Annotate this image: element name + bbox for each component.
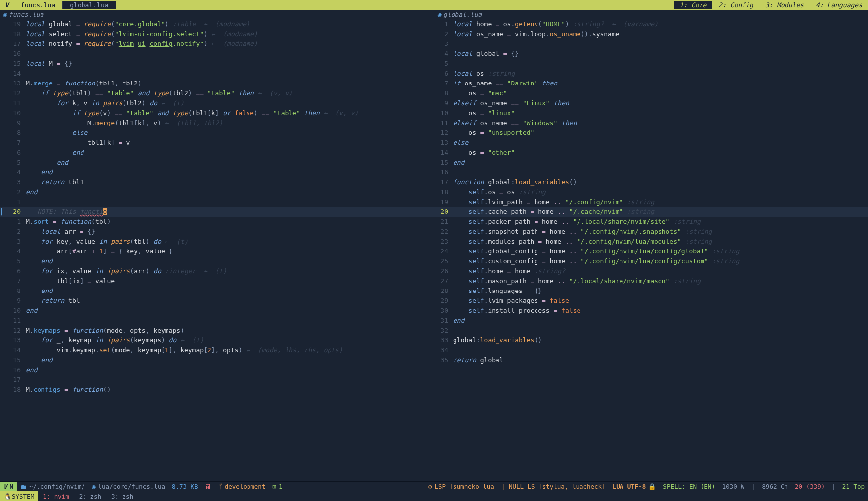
code-text[interactable]: for key, value in pairs(tbl) do ← (t): [26, 237, 434, 247]
code-line[interactable]: 7 tbl1[k] = v: [0, 138, 434, 148]
code-line[interactable]: 10 os = "linux": [434, 108, 868, 118]
code-line[interactable]: 15 end: [0, 355, 434, 365]
code-area-left[interactable]: 19local global = require("core.global") …: [0, 19, 434, 481]
code-text[interactable]: [26, 49, 434, 59]
code-text[interactable]: os = "other": [453, 148, 868, 158]
code-text[interactable]: [26, 375, 434, 385]
code-line[interactable]: 27 self.mason_path = home .. "/.local/sh…: [434, 276, 868, 286]
code-line[interactable]: 31end: [434, 316, 868, 326]
code-text[interactable]: [26, 316, 434, 326]
code-text[interactable]: self.lvim_packages = false: [453, 296, 868, 306]
code-text[interactable]: vim.keymap.set(mode, keymap[1], keymap[2…: [26, 345, 434, 355]
code-text[interactable]: for ix, value in ipairs(arr) do :integer…: [26, 266, 434, 276]
code-line[interactable]: 1: [0, 197, 434, 207]
code-line[interactable]: 2end: [0, 187, 434, 197]
code-text[interactable]: self.home = home :string?: [453, 266, 868, 276]
code-text[interactable]: local M = {}: [26, 59, 434, 69]
code-text[interactable]: os = "mac": [453, 88, 868, 98]
code-text[interactable]: return tbl1: [26, 177, 434, 187]
code-line[interactable]: 2 local arr = {}: [0, 227, 434, 237]
code-text[interactable]: end: [26, 256, 434, 266]
code-text[interactable]: self.snapshot_path = home .. "/.config/n…: [453, 227, 868, 237]
code-line[interactable]: 5 end: [0, 256, 434, 266]
editor-pane-left[interactable]: ◉funcs.lua 19local global = require("cor…: [0, 10, 434, 481]
code-text[interactable]: elseif os_name == "Windows" then: [453, 118, 868, 128]
code-text[interactable]: local select = require("lvim-ui-config.s…: [26, 29, 434, 39]
code-text[interactable]: [453, 326, 868, 335]
code-text[interactable]: if type(v) == "table" and type(tbl1[k] o…: [26, 108, 434, 118]
code-text[interactable]: self.custom_config = home .. "/.config/n…: [453, 256, 868, 266]
code-line[interactable]: 12 if type(tbl1) == "table" and type(tbl…: [0, 88, 434, 98]
code-text[interactable]: local home = os.getenv("HOME") :string? …: [453, 19, 868, 29]
code-line[interactable]: 16: [434, 167, 868, 177]
code-line[interactable]: 9 M.merge(tbl1[k], v) ← (tbl1, tbl2): [0, 118, 434, 128]
code-text[interactable]: self.modules_path = home .. "/.config/nv…: [453, 237, 868, 247]
code-line[interactable]: 15local M = {}: [0, 59, 434, 69]
code-text[interactable]: end: [26, 355, 434, 365]
code-line[interactable]: 4 arr[#arr + 1] = { key, value }: [0, 247, 434, 256]
code-area-right[interactable]: 1local home = os.getenv("HOME") :string?…: [434, 19, 868, 481]
code-text[interactable]: return global: [453, 355, 868, 365]
code-text[interactable]: end: [26, 365, 434, 375]
code-text[interactable]: else: [26, 128, 434, 138]
code-text[interactable]: self.lvim_path = home .. "/.config/nvim"…: [453, 197, 868, 207]
code-text[interactable]: end: [26, 187, 434, 197]
workspace-tab[interactable]: 3: Modules: [759, 1, 810, 9]
code-line[interactable]: 3 return tbl1: [0, 177, 434, 187]
code-text[interactable]: local os :string: [453, 69, 868, 79]
code-text[interactable]: end: [26, 158, 434, 167]
code-text[interactable]: local arr = {}: [26, 227, 434, 237]
code-line[interactable]: 19local global = require("core.global") …: [0, 19, 434, 29]
code-line[interactable]: 16end: [0, 365, 434, 375]
code-text[interactable]: [453, 39, 868, 49]
buffer-tab[interactable]: global.lua: [63, 1, 116, 9]
code-text[interactable]: end: [26, 167, 434, 177]
code-line[interactable]: 7 tbl[ix] = value: [0, 276, 434, 286]
code-text[interactable]: [26, 197, 434, 207]
code-line[interactable]: 12M.keymaps = function(mode, opts, keyma…: [0, 326, 434, 335]
code-line[interactable]: 8 else: [0, 128, 434, 138]
code-line[interactable]: 5: [434, 59, 868, 69]
code-text[interactable]: local global = require("core.global") :t…: [26, 19, 434, 29]
code-line[interactable]: 21 self.packer_path = home .. "/.local/s…: [434, 217, 868, 227]
code-text[interactable]: end: [26, 286, 434, 296]
code-line[interactable]: 3 for key, value in pairs(tbl) do ← (t): [0, 237, 434, 247]
code-text[interactable]: os = "unsuported": [453, 128, 868, 138]
code-line[interactable]: 22 self.snapshot_path = home .. "/.confi…: [434, 227, 868, 237]
code-line[interactable]: 19 self.lvim_path = home .. "/.config/nv…: [434, 197, 868, 207]
code-line[interactable]: 25 self.custom_config = home .. "/.confi…: [434, 256, 868, 266]
code-text[interactable]: M.sort = function(tbl): [26, 217, 434, 227]
buffer-tab[interactable]: funcs.lua: [14, 1, 63, 9]
code-line[interactable]: 1local home = os.getenv("HOME") :string?…: [434, 19, 868, 29]
code-line[interactable]: 17local notify = require("lvim-ui-config…: [0, 39, 434, 49]
code-text[interactable]: local notify = require("lvim-ui-config.n…: [26, 39, 434, 49]
code-text[interactable]: if type(tbl1) == "table" and type(tbl2) …: [26, 88, 434, 98]
workspace-tab[interactable]: 1: Core: [674, 1, 713, 9]
code-line[interactable]: 12 os = "unsuported": [434, 128, 868, 138]
code-text[interactable]: self.global_config = home .. "/.config/n…: [453, 247, 868, 256]
code-line[interactable]: 8 os = "mac": [434, 88, 868, 98]
code-text[interactable]: [453, 345, 868, 355]
code-text[interactable]: [453, 167, 868, 177]
code-line[interactable]: 24 self.global_config = home .. "/.confi…: [434, 247, 868, 256]
code-text[interactable]: self.packer_path = home .. "/.local/shar…: [453, 217, 868, 227]
code-line[interactable]: 17function global:load_variables(): [434, 177, 868, 187]
code-line[interactable]: 3: [434, 39, 868, 49]
code-text[interactable]: self.cache_path = home .. "/.cache/nvim"…: [453, 207, 868, 217]
code-text[interactable]: local global = {}: [453, 49, 868, 59]
code-text[interactable]: [26, 69, 434, 79]
code-text[interactable]: end: [453, 316, 868, 326]
code-text[interactable]: global:load_variables(): [453, 335, 868, 345]
code-text[interactable]: M.merge(tbl1[k], v) ← (tbl1, tbl2): [26, 118, 434, 128]
code-text[interactable]: end: [453, 158, 868, 167]
code-line[interactable]: 6 for ix, value in ipairs(arr) do :integ…: [0, 266, 434, 276]
code-line[interactable]: 32: [434, 326, 868, 335]
code-line[interactable]: 13 for _, keymap in ipairs(keymaps) do ←…: [0, 335, 434, 345]
code-text[interactable]: os = "linux": [453, 108, 868, 118]
code-line[interactable]: 6 end: [0, 148, 434, 158]
tmux-session[interactable]: 🐧 SYSTEM: [0, 491, 38, 501]
code-text[interactable]: self.languages = {}: [453, 286, 868, 296]
code-line[interactable]: 13else: [434, 138, 868, 148]
code-text[interactable]: self.mason_path = home .. "/.local/share…: [453, 276, 868, 286]
tmux-window[interactable]: 3: zsh: [106, 493, 138, 500]
